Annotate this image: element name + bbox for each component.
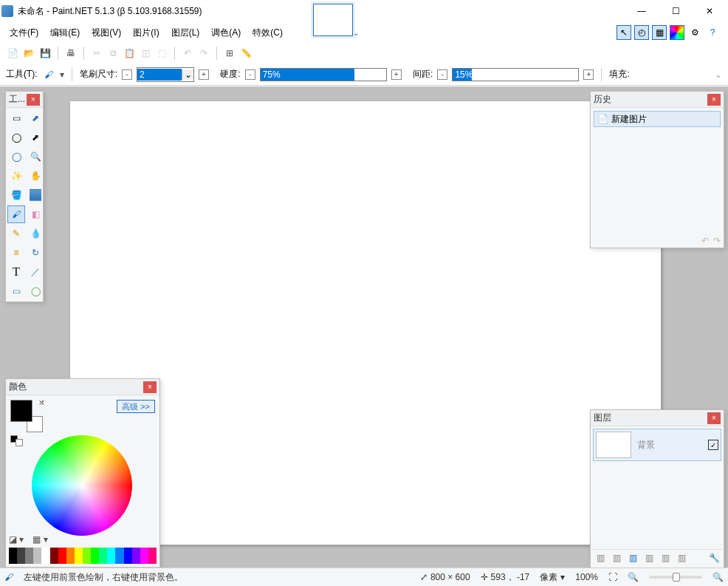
crop-icon[interactable]: ◫ [139,47,152,60]
tool-pan[interactable]: ✋ [27,167,44,185]
minimize-button[interactable]: — [625,0,659,22]
tool-recolor[interactable]: ↻ [27,244,44,262]
history-item[interactable]: 📄 新建图片 [594,111,721,127]
history-panel-close[interactable]: × [707,94,721,106]
history-window-toggle[interactable]: ◴ [634,25,649,40]
colors-panel-close[interactable]: × [143,381,157,393]
zoom-slider[interactable] [649,576,702,579]
hardness-decrease[interactable]: - [245,69,255,80]
default-colors-icon-white[interactable] [16,439,23,446]
palette-swatch[interactable] [148,548,157,564]
copy-icon[interactable]: ⧉ [106,47,120,60]
advanced-colors-button[interactable]: 高级 >> [117,400,155,413]
palette-swatch[interactable] [115,548,123,564]
tools-window-toggle[interactable]: ↖ [617,25,631,40]
color-swatches[interactable]: ⤭ [10,400,43,432]
tool-move-selection[interactable]: ⬈ [27,129,44,146]
tool-text[interactable]: T [7,263,25,281]
overflow-chevron-icon[interactable]: ⌄ [715,69,722,80]
redo-icon[interactable]: ↷ [197,47,210,60]
thumbnail-list-dropdown[interactable]: ⌄ [353,29,359,37]
palette-swatch[interactable] [140,548,148,564]
history-panel-header[interactable]: 历史 × [591,92,724,108]
tool-rectangle-select[interactable]: ▭ [7,109,25,127]
layer-delete-icon[interactable]: ▥ [610,551,623,565]
layers-panel-close[interactable]: × [707,412,721,424]
palette-swatch[interactable] [17,548,25,564]
layer-new-icon[interactable]: ▥ [594,551,607,565]
cut-icon[interactable]: ✂ [90,47,103,60]
tool-pencil[interactable]: ✎ [7,225,25,242]
tool-paintbrush[interactable]: 🖌 [7,205,25,223]
new-icon[interactable]: 📄 [6,47,19,60]
save-icon[interactable]: 💾 [38,47,52,60]
layer-move-up-icon[interactable]: ▥ [659,551,672,565]
tool-gradient[interactable] [30,189,41,201]
brush-size-increase[interactable]: + [199,69,209,80]
menu-adjustments[interactable]: 调色(A) [205,24,247,41]
primary-color-swatch[interactable] [10,400,32,422]
menu-layers[interactable]: 图层(L) [165,24,206,41]
swap-colors-icon[interactable]: ⤭ [38,398,44,406]
palette-swatch[interactable] [83,548,91,564]
tool-clone-stamp[interactable]: ≡ [7,244,25,262]
zoom-in-icon[interactable]: 🔍 [712,572,724,582]
brush-size-dropdown-arrow[interactable]: ⌄ [182,69,193,80]
spacing-slider[interactable]: 15% [452,68,579,81]
menu-file[interactable]: 文件(F) [4,24,44,41]
print-icon[interactable]: 🖶 [64,47,78,60]
tool-line[interactable]: ／ [27,263,44,281]
grid-icon[interactable]: ⊞ [223,47,236,60]
brush-size-input[interactable]: 2 ⌄ [137,67,194,82]
palette-swatch[interactable] [99,548,107,564]
layer-properties-icon[interactable]: 🔧 [707,551,721,565]
tool-magic-wand[interactable]: ✨ [7,167,25,185]
undo-icon[interactable]: ↶ [181,47,194,60]
unit-dropdown-icon[interactable]: ▾ [560,572,565,582]
hardness-slider[interactable]: 75% [260,68,387,81]
colors-panel-header[interactable]: 颜色 × [6,379,159,395]
menu-image[interactable]: 图片(I) [127,24,165,41]
layers-panel-header[interactable]: 图层 × [591,410,724,426]
tools-panel-close[interactable]: × [27,94,40,106]
palette-swatch[interactable] [50,548,58,564]
brush-size-decrease[interactable]: - [122,69,132,80]
colors-window-toggle[interactable] [670,25,684,40]
layer-duplicate-icon[interactable]: ▥ [626,551,639,565]
zoom-slider-knob[interactable] [673,573,680,582]
tool-move-selected[interactable]: ⬈ [27,109,44,127]
history-redo-icon[interactable]: ↷ [713,236,721,246]
tool-rectangle[interactable]: ▭ [7,282,25,300]
tool-eraser[interactable]: ◧ [27,205,44,223]
palette-add-icon[interactable]: ◪ ▾ [9,534,24,545]
palette-menu-icon[interactable]: ▦ ▾ [32,534,47,545]
ruler-icon[interactable]: 📏 [239,47,253,60]
close-button[interactable]: ✕ [693,0,727,22]
help-icon[interactable]: ? [705,25,720,40]
layer-row[interactable]: 背景 ✓ [593,429,721,461]
open-icon[interactable]: 📂 [22,47,35,60]
palette-swatch[interactable] [107,548,115,564]
layer-move-down-icon[interactable]: ▥ [675,551,688,565]
palette-strip[interactable] [9,548,157,564]
palette-swatch[interactable] [91,548,99,564]
spacing-increase[interactable]: + [583,69,594,80]
settings-icon[interactable]: ⚙ [687,25,702,40]
tools-panel-header[interactable]: 工... × [6,92,43,108]
tool-zoom[interactable]: 🔍 [27,148,44,166]
palette-swatch[interactable] [58,548,66,564]
tool-paint-bucket[interactable]: 🪣 [7,186,25,204]
zoom-out-icon[interactable]: 🔍 [628,572,639,582]
layer-merge-icon[interactable]: ▥ [642,551,656,565]
layers-window-toggle[interactable]: ▦ [652,25,667,40]
tool-shapes[interactable]: ◯ [27,282,44,300]
fit-window-icon[interactable]: ⛶ [608,572,617,582]
palette-swatch[interactable] [9,548,17,564]
history-undo-icon[interactable]: ↶ [701,236,709,246]
document-thumbnail[interactable] [310,1,356,39]
color-wheel[interactable] [32,435,132,536]
palette-swatch[interactable] [25,548,33,564]
menu-view[interactable]: 视图(V) [86,24,127,41]
tool-lasso-select[interactable]: ◯ [7,129,25,146]
color-wheel-cursor[interactable] [78,482,84,488]
